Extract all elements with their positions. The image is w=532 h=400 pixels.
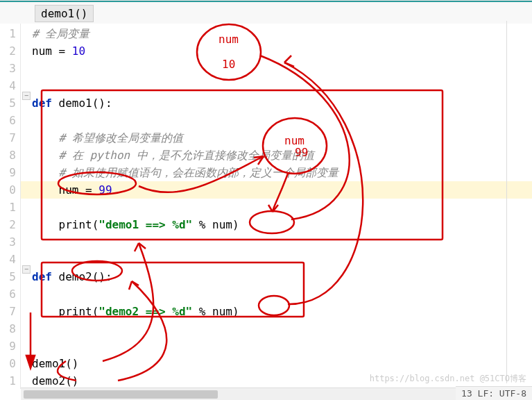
line-no: 2 bbox=[0, 216, 16, 233]
line-no: 3 bbox=[0, 233, 16, 251]
code-comment: # 希望修改全局变量的值 bbox=[59, 131, 183, 144]
code-call: print("demo1 ==> %d" % num) bbox=[59, 218, 239, 231]
right-margin-guide bbox=[506, 21, 507, 383]
breadcrumb-tab[interactable]: demo1() bbox=[35, 5, 94, 22]
line-no: 7 bbox=[0, 129, 16, 147]
line-no: 2 bbox=[0, 42, 16, 60]
line-no: 0 bbox=[0, 181, 16, 199]
line-no: 5 bbox=[0, 268, 16, 285]
line-no: 1 bbox=[0, 372, 16, 390]
code-call: demo1() bbox=[32, 357, 78, 370]
line-no: 9 bbox=[0, 338, 16, 355]
line-number-gutter: 1 2 3 4 5 6 7 8 9 0 1 2 3 4 5 6 7 8 9 0 … bbox=[0, 24, 21, 389]
line-no: 4 bbox=[0, 251, 16, 268]
code-assign: num = 10 bbox=[32, 44, 85, 58]
line-no: 3 bbox=[0, 60, 16, 77]
fold-icon[interactable]: − bbox=[22, 92, 31, 100]
fold-icon[interactable]: − bbox=[22, 265, 31, 274]
watermark: https://blog.csdn.net @51CTO博客 bbox=[370, 373, 526, 385]
editor-area: 1 2 3 4 5 6 7 8 9 0 1 2 3 4 5 6 7 8 9 0 … bbox=[0, 24, 532, 389]
line-no: 8 bbox=[0, 147, 16, 164]
code-call: demo2() bbox=[32, 374, 78, 388]
code-keyword: def bbox=[32, 270, 52, 283]
code-area[interactable]: # 全局变量 num = 10 def demo1(): # 希望修改全局变量的… bbox=[21, 24, 532, 389]
code-assign: num = 99 bbox=[59, 183, 112, 197]
scrollbar-thumb[interactable] bbox=[24, 390, 218, 399]
line-no: 8 bbox=[0, 320, 16, 338]
code-call: print("demo2 ==> %d" % num) bbox=[59, 305, 239, 318]
code-keyword: def bbox=[32, 97, 52, 110]
breadcrumb-region: demo1() bbox=[0, 2, 532, 24]
line-no: 7 bbox=[0, 303, 16, 320]
code-fn: demo2(): bbox=[52, 270, 112, 283]
line-no: 9 bbox=[0, 164, 16, 181]
line-no: 6 bbox=[0, 285, 16, 303]
code-comment: # 在 python 中，是不允许直接修改全局变量的值 bbox=[59, 149, 314, 162]
line-no: 4 bbox=[0, 77, 16, 94]
code-fn: demo1(): bbox=[52, 97, 112, 110]
line-no: 1 bbox=[0, 25, 16, 42]
status-bar[interactable]: 13 LF: UTF-8 bbox=[456, 386, 532, 400]
code-comment: # 全局变量 bbox=[32, 27, 89, 40]
line-no: 0 bbox=[0, 355, 16, 372]
line-no: 6 bbox=[0, 112, 16, 129]
line-no: 1 bbox=[0, 199, 16, 216]
line-no: 5 bbox=[0, 94, 16, 112]
code-comment: # 如果使用赋值语句，会在函数内部，定义一个局部变量 bbox=[59, 166, 338, 179]
